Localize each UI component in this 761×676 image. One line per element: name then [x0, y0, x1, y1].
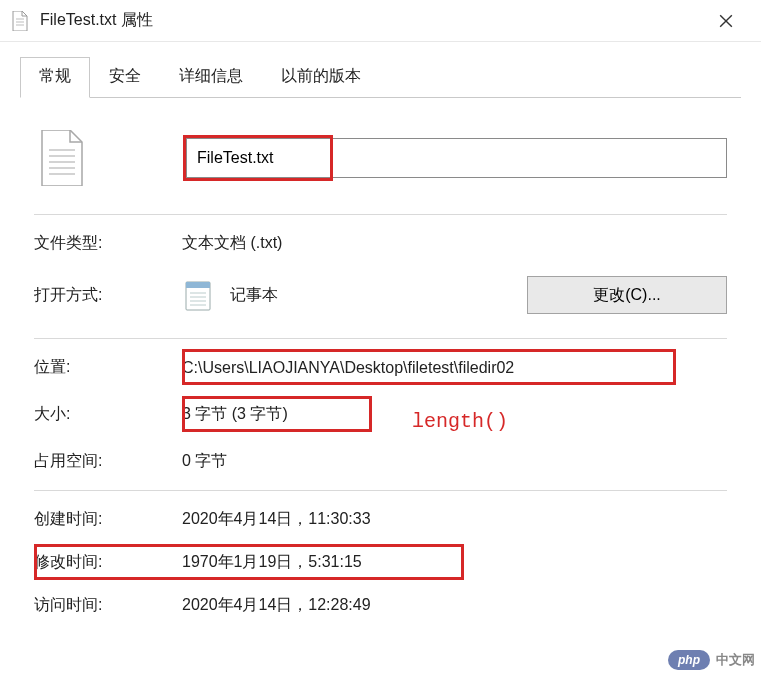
- open-with-label: 打开方式:: [34, 285, 182, 306]
- notepad-icon: [182, 278, 216, 312]
- file-icon: [12, 10, 30, 32]
- content-panel: 文件类型: 文本文档 (.txt) 打开方式: 记事本 更改(C)... 位置:…: [0, 98, 761, 624]
- size-label: 大小:: [34, 404, 182, 425]
- modified-row: 修改时间: 1970年1月19日，5:31:15: [34, 544, 727, 581]
- open-with-value: 记事本: [230, 285, 278, 306]
- window-title: FileTest.txt 属性: [40, 10, 703, 31]
- accessed-label: 访问时间:: [34, 595, 182, 616]
- file-type-label: 文件类型:: [34, 233, 182, 254]
- length-annotation: length(): [412, 410, 508, 433]
- location-value: C:\Users\LIAOJIANYA\Desktop\filetest\fil…: [182, 359, 727, 377]
- tab-security[interactable]: 安全: [90, 57, 160, 98]
- tab-general[interactable]: 常规: [20, 57, 90, 98]
- tabs-container: 常规 安全 详细信息 以前的版本: [0, 42, 761, 98]
- modified-label: 修改时间:: [34, 552, 182, 573]
- open-with-row: 打开方式: 记事本 更改(C)...: [34, 262, 727, 328]
- separator: [34, 214, 727, 215]
- file-large-icon: [40, 130, 96, 186]
- created-row: 创建时间: 2020年4月14日，11:30:33: [34, 501, 727, 538]
- change-button[interactable]: 更改(C)...: [527, 276, 727, 314]
- size-on-disk-row: 占用空间: 0 字节: [34, 443, 727, 480]
- created-label: 创建时间:: [34, 509, 182, 530]
- close-icon: [719, 14, 733, 28]
- accessed-value: 2020年4月14日，12:28:49: [182, 595, 727, 616]
- size-on-disk-label: 占用空间:: [34, 451, 182, 472]
- separator: [34, 490, 727, 491]
- titlebar: FileTest.txt 属性: [0, 0, 761, 42]
- file-name-input[interactable]: [186, 138, 727, 178]
- svg-rect-11: [186, 282, 210, 288]
- file-type-row: 文件类型: 文本文档 (.txt): [34, 225, 727, 262]
- file-type-value: 文本文档 (.txt): [182, 233, 727, 254]
- tabs: 常规 安全 详细信息 以前的版本: [20, 56, 741, 98]
- size-on-disk-value: 0 字节: [182, 451, 727, 472]
- size-row: 大小: 3 字节 (3 字节) length(): [34, 396, 727, 433]
- location-row: 位置: C:\Users\LIAOJIANYA\Desktop\filetest…: [34, 349, 727, 386]
- watermark: php 中文网: [668, 650, 755, 670]
- location-label: 位置:: [34, 357, 182, 378]
- modified-value: 1970年1月19日，5:31:15: [182, 552, 727, 573]
- separator: [34, 338, 727, 339]
- watermark-text: 中文网: [716, 651, 755, 669]
- created-value: 2020年4月14日，11:30:33: [182, 509, 727, 530]
- accessed-row: 访问时间: 2020年4月14日，12:28:49: [34, 587, 727, 624]
- tab-previous-versions[interactable]: 以前的版本: [262, 57, 380, 98]
- close-button[interactable]: [703, 0, 749, 42]
- php-badge: php: [668, 650, 710, 670]
- file-name-row: [34, 116, 727, 204]
- tab-details[interactable]: 详细信息: [160, 57, 262, 98]
